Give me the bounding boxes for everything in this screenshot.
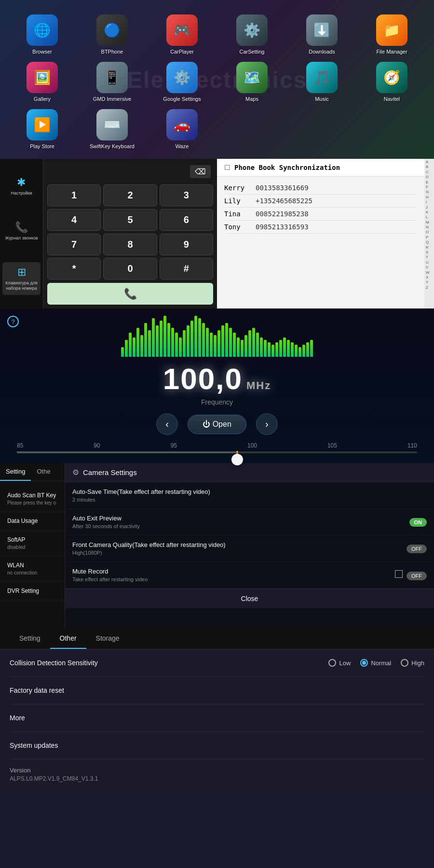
contact-number: 0985213316593 <box>256 223 309 231</box>
alpha-U[interactable]: U <box>426 260 433 265</box>
alpha-S[interactable]: S <box>426 250 433 255</box>
spectrum-bar <box>279 340 282 357</box>
radio-prev-button[interactable]: ‹ <box>156 413 178 435</box>
collision-row: Collision Detection Sensitivity Low Norm… <box>10 649 424 677</box>
alpha-B[interactable]: B <box>426 165 433 169</box>
tab-other[interactable]: Othe <box>31 463 56 481</box>
help-icon[interactable]: ? <box>7 316 19 327</box>
app-btphone[interactable]: 🔵 BTPhone <box>80 14 145 55</box>
dial-key-*[interactable]: * <box>47 258 101 280</box>
contact-row[interactable]: Lily +1352465685225 <box>224 195 417 208</box>
call-button[interactable]: 📞 <box>47 283 213 305</box>
dial-key-2[interactable]: 2 <box>103 184 157 206</box>
factory-reset-row[interactable]: Factory data reset <box>10 677 424 704</box>
app-googlesettings[interactable]: ⚙️ Google Settings <box>149 62 215 102</box>
alpha-J[interactable]: J <box>426 205 433 210</box>
app-navitel[interactable]: 🧭 Navitel <box>359 62 424 102</box>
sidebar-bluetooth[interactable]: ✱ Настройки <box>8 172 34 200</box>
checkbox[interactable] <box>395 570 403 578</box>
settings-item-data-usage[interactable]: Data Usage <box>0 512 65 531</box>
system-updates-row[interactable]: System updates <box>10 732 424 759</box>
alpha-Z[interactable]: Z <box>426 285 433 290</box>
alpha-A[interactable]: A <box>426 160 433 165</box>
other-tab-storage[interactable]: Storage <box>86 629 129 649</box>
radio-next-button[interactable]: › <box>256 413 278 435</box>
settings-item-softap[interactable]: SoftAP disabled <box>0 531 65 556</box>
contact-row[interactable]: Tina 0085221985238 <box>224 208 417 221</box>
contact-row[interactable]: Kerry 0013583361669 <box>224 182 417 195</box>
alpha-Q[interactable]: Q <box>426 240 433 245</box>
dialpad-icon: ⊞ <box>17 266 26 279</box>
tab-setting[interactable]: Setting <box>0 463 31 481</box>
app-music[interactable]: 🎵 Music <box>289 62 354 102</box>
app-carplayer[interactable]: 🎮 CarPlayer <box>149 14 215 55</box>
alpha-E[interactable]: E <box>426 180 433 185</box>
toggle-off-2[interactable]: OFF <box>407 572 427 580</box>
settings-item-dvr-setting[interactable]: DVR Setting <box>0 582 65 601</box>
close-button[interactable]: Close <box>65 588 434 608</box>
settings-item-sub: no connection <box>7 570 57 575</box>
alpha-X[interactable]: X <box>426 275 433 280</box>
more-row[interactable]: More <box>10 704 424 732</box>
app-icon-music: 🎵 <box>306 62 338 93</box>
toggle-off[interactable]: OFF <box>407 545 427 553</box>
app-gallery[interactable]: 🖼️ Gallery <box>10 62 75 102</box>
alpha-N[interactable]: N <box>426 225 433 230</box>
dial-key-6[interactable]: 6 <box>160 209 213 231</box>
dial-key-7[interactable]: 7 <box>47 234 101 255</box>
app-maps[interactable]: 🗺️ Maps <box>219 62 285 102</box>
alpha-O[interactable]: O <box>426 230 433 235</box>
alpha-T[interactable]: T <box>426 255 433 260</box>
backspace-button[interactable]: ⌫ <box>190 165 211 178</box>
app-downloads[interactable]: ⬇️ Downloads <box>289 14 354 55</box>
app-browser[interactable]: 🌐 Browser <box>10 14 75 55</box>
other-tab-other[interactable]: Other <box>50 629 86 649</box>
dial-key-1[interactable]: 1 <box>47 184 101 206</box>
app-playstore[interactable]: ▶️ Play Store <box>10 109 75 149</box>
alpha-K[interactable]: K <box>426 210 433 215</box>
sidebar-calls[interactable]: 📞 Журнал звонков <box>3 217 41 245</box>
alpha-W[interactable]: W <box>426 270 433 275</box>
collision-option-low[interactable]: Low <box>328 659 351 667</box>
app-carsetting[interactable]: ⚙️ CarSetting <box>219 14 285 55</box>
dial-key-4[interactable]: 4 <box>47 209 101 231</box>
other-settings-tabs: SettingOtherStorage <box>0 629 434 649</box>
radio-open-button[interactable]: ⏻ Open <box>188 415 246 434</box>
alpha-M[interactable]: M <box>426 220 433 225</box>
radio-slider-track[interactable] <box>17 451 417 453</box>
sidebar-dialpad[interactable]: ⊞ Клавиатура для набора номера <box>2 262 41 295</box>
dialpad-display: ⌫ <box>47 163 213 181</box>
dial-key-#[interactable]: # <box>160 258 213 280</box>
radio-spectrum <box>10 318 424 357</box>
alpha-V[interactable]: V <box>426 265 433 270</box>
alpha-G[interactable]: G <box>426 190 433 195</box>
app-filemanager[interactable]: 📁 File Manager <box>359 14 424 55</box>
radio-slider-thumb <box>231 454 243 465</box>
other-tab-setting[interactable]: Setting <box>10 629 50 649</box>
contact-row[interactable]: Tony 0985213316593 <box>224 221 417 234</box>
dial-key-3[interactable]: 3 <box>160 184 213 206</box>
toggle-on[interactable]: ON <box>409 518 427 527</box>
dial-key-0[interactable]: 0 <box>103 258 157 280</box>
dial-key-9[interactable]: 9 <box>160 234 213 255</box>
dial-key-8[interactable]: 8 <box>103 234 157 255</box>
collision-option-normal[interactable]: Normal <box>360 659 391 667</box>
alpha-P[interactable]: P <box>426 235 433 240</box>
alpha-D[interactable]: D <box>426 175 433 180</box>
alpha-F[interactable]: F <box>426 185 433 190</box>
alpha-C[interactable]: C <box>426 170 433 175</box>
app-waze[interactable]: 🚗 Waze <box>149 109 215 149</box>
app-swiftkey[interactable]: ⌨️ SwiftKey Keyboard <box>80 109 145 149</box>
setting-control: ON <box>409 518 427 526</box>
alpha-H[interactable]: H <box>426 195 433 200</box>
settings-item-wlan[interactable]: WLAN no connection <box>0 556 65 582</box>
spectrum-bar <box>133 337 136 357</box>
app-gmd[interactable]: 📱 GMD Immersive <box>80 62 145 102</box>
alpha-R[interactable]: R <box>426 245 433 250</box>
alpha-L[interactable]: L <box>426 215 433 220</box>
alpha-Y[interactable]: Y <box>426 280 433 285</box>
dial-key-5[interactable]: 5 <box>103 209 157 231</box>
settings-item-audo-scan-bt-key[interactable]: Audo Scan BT Key Please press the key o <box>0 486 65 512</box>
collision-option-high[interactable]: High <box>401 659 424 667</box>
alpha-I[interactable]: I <box>426 200 433 205</box>
